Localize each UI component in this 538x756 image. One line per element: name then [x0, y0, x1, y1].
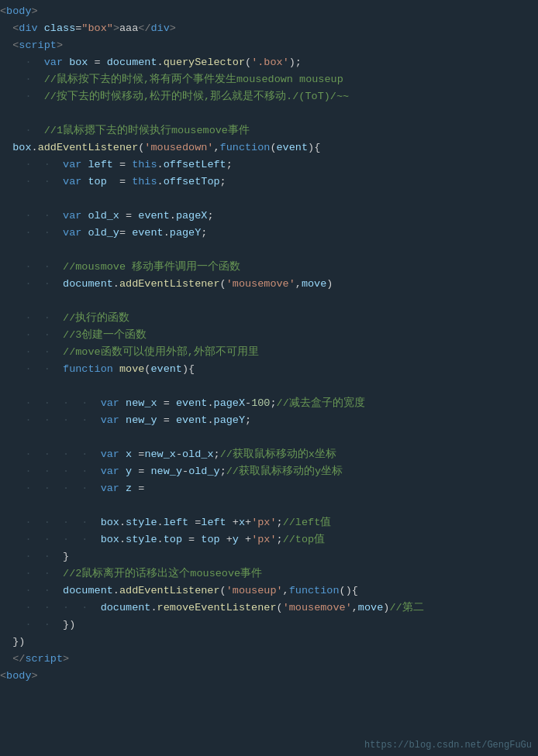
token: ; — [277, 514, 283, 531]
code-line: · · · · box.style.left =left +x+'px';//l… — [0, 514, 538, 531]
code-line: · · //move函数可以使用外部,外部不可用里 — [0, 344, 538, 361]
footer-watermark: https://blog.csdn.net/GengFuGu — [0, 735, 538, 756]
token: , — [213, 139, 219, 156]
code-line: <div class="box">aaa</div> — [0, 20, 538, 37]
token: + — [226, 514, 239, 531]
indent: · · — [0, 225, 63, 242]
code-line — [0, 191, 538, 208]
code-line: · · document.addEventListener('mousemove… — [0, 276, 538, 293]
token: ){ — [182, 361, 195, 378]
token: . — [157, 531, 164, 548]
code-line: <body> — [0, 3, 538, 20]
code-line: box.addEventListener('mousedown',functio… — [0, 139, 538, 156]
token: ; — [245, 412, 251, 429]
token: var — [63, 174, 81, 191]
token: > — [32, 668, 38, 685]
token: left — [88, 156, 112, 174]
code-line: · · //执行的函数 — [0, 310, 538, 327]
token: var — [63, 225, 81, 242]
indent: · · — [0, 174, 63, 191]
token: ( — [220, 276, 226, 293]
token: x — [126, 446, 132, 463]
token: //1鼠标摁下去的时候执行mousemove事件 — [44, 122, 250, 139]
token: class — [44, 20, 76, 37]
token: }) — [12, 634, 25, 651]
token: old_x — [182, 446, 214, 463]
token: box — [101, 531, 119, 548]
code-line: · · //3创建一个函数 — [0, 327, 538, 344]
token: event — [277, 139, 309, 156]
code-line: · · function move(event){ — [0, 361, 538, 378]
token: = — [157, 395, 176, 412]
indent: · — [0, 88, 44, 105]
token: ( — [270, 139, 276, 156]
token: ; — [270, 395, 276, 412]
token: var — [63, 208, 81, 225]
code-line: · · · · var x =new_x-old_x;//获取鼠标移动的x坐标 — [0, 446, 538, 463]
token: , — [295, 276, 302, 293]
token: = — [132, 480, 144, 497]
indent: · · · · — [0, 463, 101, 480]
code-line: · · · · var y = new_y-old_y;//获取鼠标移动的y坐标 — [0, 463, 538, 480]
token: = — [107, 174, 132, 191]
token: event — [132, 225, 164, 242]
token: box — [12, 139, 31, 156]
token: = — [119, 225, 132, 242]
code-line: · · } — [0, 548, 538, 565]
indent: · · — [0, 327, 63, 344]
token — [63, 54, 69, 71]
token: = — [188, 514, 201, 531]
indent: · · — [0, 310, 63, 327]
token: = — [132, 446, 144, 463]
token: = — [119, 208, 138, 225]
token: new_x — [144, 446, 176, 463]
token: pageY — [214, 412, 246, 429]
token — [81, 208, 88, 225]
indent: · · — [0, 548, 63, 565]
token: + — [239, 531, 251, 548]
token: - — [182, 463, 188, 480]
indent: · · · · — [0, 395, 101, 412]
code-line: · · · · document.removeEventListener('mo… — [0, 600, 538, 617]
token: offsetTop — [164, 174, 220, 191]
token: (){ — [340, 582, 358, 600]
token: move — [302, 276, 326, 293]
token: //获取鼠标移动的x坐标 — [220, 446, 336, 463]
token — [119, 480, 126, 497]
code-editor: <body> <div class="box">aaa</div> <scrip… — [0, 0, 538, 688]
code-line: · · · · var new_x = event.pageX-100;//减去… — [0, 395, 538, 412]
token: = — [132, 463, 150, 480]
indent: · · — [0, 617, 63, 634]
token: //3创建一个函数 — [63, 327, 147, 344]
indent: · — [0, 122, 44, 139]
token — [81, 174, 88, 191]
token: = — [88, 54, 106, 71]
token: }) — [63, 617, 75, 634]
token: body — [6, 3, 31, 20]
token: + — [245, 514, 251, 531]
token: y — [126, 463, 132, 480]
token: 'mousedown' — [144, 139, 213, 156]
token: event — [138, 208, 170, 225]
indent: · — [0, 54, 44, 71]
token: script — [19, 37, 57, 54]
code-line: · var box = document.querySelector('.box… — [0, 54, 538, 71]
indent — [0, 634, 12, 651]
token: > — [32, 3, 38, 20]
code-line: · · var left = this.offsetLeft; — [0, 156, 538, 174]
token: } — [63, 548, 69, 565]
token: . — [157, 174, 164, 191]
token: ; — [277, 531, 283, 548]
token: < — [0, 3, 6, 20]
token: ( — [245, 54, 251, 71]
code-line: · //鼠标按下去的时候,将有两个事件发生mousedown mouseup — [0, 71, 538, 88]
token: var — [101, 463, 119, 480]
token: left — [201, 514, 226, 531]
token: div — [19, 20, 37, 37]
code-line: <body> — [0, 668, 538, 685]
code-line: · · //2鼠标离开的话移出这个mouseove事件 — [0, 565, 538, 582]
code-line — [0, 105, 538, 122]
token: "box" — [81, 20, 113, 37]
token: event — [176, 412, 208, 429]
token: < — [0, 668, 6, 685]
